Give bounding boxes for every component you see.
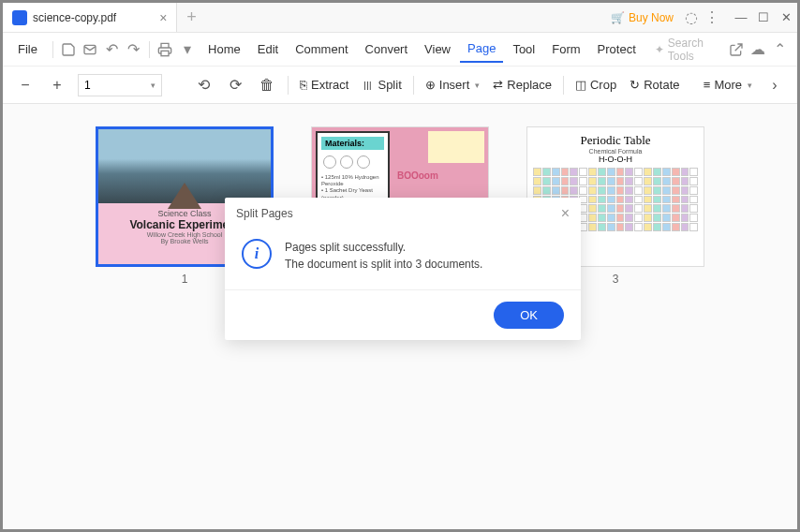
thumb-number: 3 [613, 273, 619, 286]
menu-view[interactable]: View [417, 37, 458, 62]
split-pages-dialog: Split Pages × i Pages split successfully… [225, 198, 581, 340]
new-tab-button[interactable]: + [177, 7, 206, 27]
menu-protect[interactable]: Protect [590, 37, 644, 62]
undo-icon[interactable]: ↶ [102, 38, 122, 61]
menu-tool[interactable]: Tool [505, 37, 542, 62]
app-icon [12, 10, 27, 25]
replace-icon: ⇄ [493, 78, 503, 92]
thumb-number: 1 [182, 273, 188, 286]
maximize-button[interactable]: ☐ [752, 7, 775, 29]
kebab-menu-icon[interactable]: ⋮ [702, 7, 722, 28]
rotate-right-icon[interactable]: ⟳ [224, 74, 246, 96]
minimize-button[interactable]: — [730, 7, 752, 29]
page-number-input[interactable]: 1▾ [78, 74, 162, 96]
close-tab-icon[interactable]: × [159, 10, 167, 25]
cart-icon: 🛒 [611, 11, 625, 24]
split-button[interactable]: ⫼Split [360, 74, 403, 96]
dialog-message-2: The document is split into 3 documents. [285, 256, 482, 273]
menu-home[interactable]: Home [200, 37, 248, 62]
replace-button[interactable]: ⇄Replace [491, 74, 554, 96]
dialog-title: Split Pages [236, 207, 293, 220]
collapse-icon[interactable]: ⌃ [770, 38, 790, 61]
insert-icon: ⊕ [425, 78, 436, 92]
ok-button[interactable]: OK [494, 302, 564, 329]
share-icon[interactable] [727, 38, 747, 61]
menu-file[interactable]: File [10, 37, 47, 62]
crop-icon: ◫ [575, 78, 586, 92]
rotate-button[interactable]: ↻Rotate [628, 74, 681, 96]
search-tools[interactable]: ✦ Search Tools [655, 37, 723, 63]
info-icon: i [242, 239, 272, 269]
cloud-icon[interactable]: ☁ [748, 38, 768, 61]
menu-comment[interactable]: Comment [288, 37, 355, 62]
document-tab[interactable]: science-copy.pdf × [3, 3, 177, 32]
menu-edit[interactable]: Edit [250, 37, 286, 62]
buy-now-link[interactable]: 🛒 Buy Now [611, 11, 674, 24]
mail-icon[interactable] [81, 38, 100, 61]
delete-page-icon[interactable]: 🗑 [256, 74, 278, 96]
close-window-button[interactable]: ✕ [775, 7, 797, 29]
menu-form[interactable]: Form [544, 37, 587, 62]
print-icon[interactable] [156, 38, 175, 61]
tab-title: science-copy.pdf [33, 11, 116, 24]
dropdown-icon[interactable]: ▾ [177, 38, 197, 61]
split-icon: ⫼ [362, 78, 374, 92]
rotate-icon: ↻ [630, 78, 640, 92]
redo-icon[interactable]: ↷ [124, 38, 143, 61]
svg-rect-1 [161, 51, 169, 55]
more-icon: ≡ [704, 78, 711, 92]
menu-page[interactable]: Page [460, 36, 503, 63]
insert-button[interactable]: ⊕Insert▾ [423, 74, 482, 96]
menu-convert[interactable]: Convert [358, 37, 416, 62]
expand-icon[interactable]: › [763, 74, 786, 96]
zoom-in-button[interactable]: + [46, 74, 68, 96]
dialog-close-button[interactable]: × [561, 205, 570, 222]
wand-icon: ✦ [655, 43, 664, 56]
rotate-left-icon[interactable]: ⟲ [192, 74, 215, 96]
extract-button[interactable]: ⎘Extract [298, 74, 350, 96]
user-icon[interactable]: ◌ [681, 7, 702, 28]
zoom-out-button[interactable]: − [14, 74, 37, 96]
more-button[interactable]: ≡More▾ [702, 74, 754, 96]
crop-button[interactable]: ◫Crop [573, 74, 618, 96]
save-icon[interactable] [59, 38, 79, 61]
dialog-message-1: Pages split successfully. [285, 239, 482, 256]
extract-icon: ⎘ [300, 78, 307, 92]
